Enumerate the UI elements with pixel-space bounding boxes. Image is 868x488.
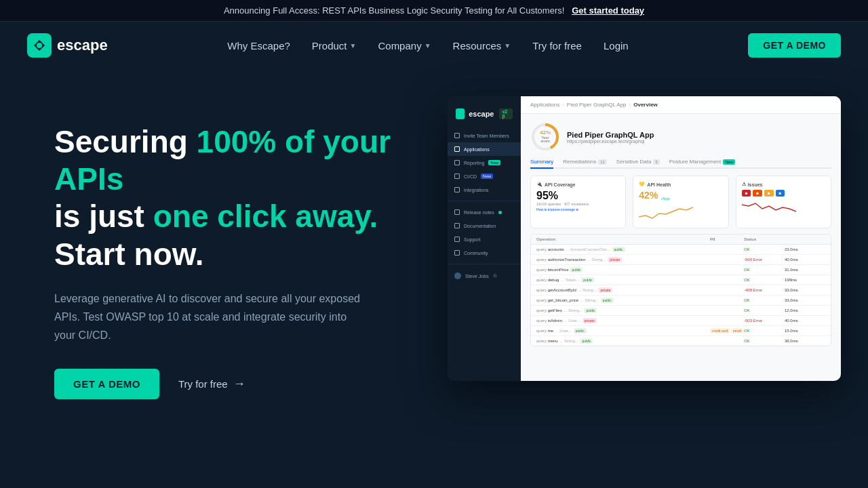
status-3: OK — [744, 268, 785, 272]
hero-content: Securing 100% of your APIs is just one c… — [54, 103, 420, 399]
table-row: query accounts … AccountConnectTier… pub… — [531, 245, 831, 255]
metric-issues: ⚠ Issues ■ ■ ■ ■ — [736, 176, 831, 228]
coverage-link[interactable]: How to improve coverage ⊕ — [536, 207, 620, 211]
hero-demo-button[interactable]: GET A DEMO — [54, 369, 159, 399]
op-1: query accounts … AccountConnectTier… pub… — [536, 247, 710, 252]
db-nav-invite-label: Invite Team Members — [464, 134, 509, 138]
table-row: query me … User… public credit card emai… — [531, 326, 831, 336]
nav-company[interactable]: Company ▼ — [378, 40, 431, 52]
db-nav-community[interactable]: Community — [448, 246, 521, 260]
nav-login[interactable]: Login — [604, 40, 629, 52]
posture-new-badge: New — [723, 159, 735, 165]
time-8: 40.0ms — [785, 319, 825, 323]
critical-badge: ■ — [742, 190, 751, 197]
health-chart — [639, 203, 722, 222]
doc-icon — [454, 223, 460, 228]
health-icon: 💛 — [639, 182, 645, 187]
chart-icon — [454, 160, 460, 165]
table-row: query bitcoinPrice public OK 31.0ms — [531, 265, 831, 275]
table-header: Operation PII Status — [531, 235, 831, 245]
issues-title: ⚠ Issues — [742, 182, 825, 187]
tab-remediations[interactable]: Remediations 11 — [563, 159, 607, 167]
nav-links: Why Escape? Product ▼ Company ▼ Resource… — [227, 40, 628, 52]
hero-title-part2: is just — [54, 199, 153, 234]
coverage-icon: 🔌 — [536, 182, 542, 187]
tab-sensitive-data[interactable]: Sensitive Data 5 — [616, 159, 660, 167]
op-3: query bitcoinPrice public — [536, 267, 710, 272]
navigation: escape Why Escape? Product ▼ Company ▼ R… — [0, 22, 868, 69]
app-title-row: 42% Your score Pied Piper GraphQL App ht… — [530, 122, 831, 152]
db-nav-integrations[interactable]: Integrations — [448, 183, 521, 197]
user-settings-icon: ⊙ — [493, 273, 497, 279]
support-icon — [454, 237, 460, 242]
col-operation: Operation — [536, 237, 710, 241]
status-2: -500 Error — [744, 258, 785, 262]
db-nav-apps-label: Applications — [464, 147, 490, 152]
db-content: 42% Your score Pied Piper GraphQL App ht… — [521, 114, 841, 354]
db-nav-applications[interactable]: Applications — [448, 142, 521, 156]
tab-posture[interactable]: Posture Management New — [669, 159, 736, 167]
status-5: -408 Error — [744, 288, 785, 292]
table-row: query menu … String… public OK 36.0ms — [531, 336, 831, 346]
col-pii: PII — [710, 237, 744, 241]
breadcrumb-apps[interactable]: Applications — [530, 102, 559, 108]
health-title: 💛 API Health — [639, 182, 722, 187]
sidebar-divider — [448, 201, 521, 201]
breadcrumb-sep1: › — [562, 102, 564, 108]
db-nav-integrations-label: Integrations — [464, 188, 489, 192]
health-change: +5pp — [660, 197, 670, 201]
hero-try-free-link[interactable]: Try for free → — [178, 377, 245, 391]
op-5: query getAccountById … String… private — [536, 287, 710, 293]
nav-product[interactable]: Product ▼ — [312, 40, 357, 52]
db-nav-reporting-label: Reporting — [464, 161, 484, 165]
nav-try-free[interactable]: Try for free — [532, 40, 582, 52]
hero-subtitle: Leverage generative AI to discover and s… — [54, 289, 366, 345]
hero-title: Securing 100% of your APIs is just one c… — [54, 123, 420, 273]
notes-icon — [454, 209, 460, 215]
score-value: 42% Your score — [538, 130, 553, 144]
low-badge: ■ — [776, 190, 785, 197]
db-nav-docs[interactable]: Documentation — [448, 219, 521, 232]
tab-summary[interactable]: Summary — [530, 159, 553, 169]
breadcrumb-app-name[interactable]: Pied Piper GraphQL App — [567, 102, 627, 108]
reporting-new-badge: New — [488, 160, 500, 165]
db-nav-invite[interactable]: Invite Team Members — [448, 129, 521, 142]
db-nav-reporting[interactable]: Reporting New — [448, 156, 521, 169]
coverage-title: 🔌 API Coverage — [536, 182, 620, 187]
hero-section: Securing 100% of your APIs is just one c… — [0, 69, 868, 483]
nav-why-escape[interactable]: Why Escape? — [227, 40, 290, 52]
db-logo-text: escape — [469, 110, 494, 118]
op-8: query isAdmin … User… private — [536, 318, 710, 323]
nav-resources[interactable]: Resources ▼ — [453, 40, 511, 52]
nav-demo-button[interactable]: GET A DEMO — [748, 33, 841, 58]
issues-icon: ⚠ — [742, 182, 746, 187]
metric-health: 💛 API Health 42% +5pp — [633, 176, 728, 228]
hero-actions: GET A DEMO Try for free → — [54, 369, 420, 399]
svg-point-1 — [37, 43, 42, 48]
op-4: query debug … Token… public — [536, 277, 710, 283]
dashboard-preview: escape v2 β Invite Team Members Applicat… — [448, 96, 841, 381]
table-row: query getFiles … String… public OK 12.0m… — [531, 306, 831, 316]
col-status: Status — [744, 237, 785, 241]
dot-icon — [498, 211, 502, 214]
announcement-bar: Announcing Full Access: REST APIs Busine… — [0, 0, 868, 22]
announcement-cta[interactable]: Get started today — [572, 5, 644, 16]
logo[interactable]: escape — [27, 33, 108, 58]
company-chevron-icon: ▼ — [425, 42, 431, 49]
table-row: query isAdmin … User… private -503 Error… — [531, 316, 831, 326]
db-nav-support[interactable]: Support — [448, 232, 521, 246]
sidebar-divider-2 — [448, 264, 521, 264]
db-user[interactable]: Steve Jobs ⊙ — [448, 268, 521, 283]
medium-badge: ■ — [764, 190, 774, 197]
db-nav-release-notes[interactable]: Release notes — [448, 205, 521, 219]
time-2: 40.0ms — [785, 258, 825, 262]
operations-table: Operation PII Status query accounts … Ac… — [530, 234, 831, 346]
community-icon — [454, 250, 460, 256]
arrow-icon: → — [233, 377, 245, 391]
dashboard-wrapper: escape v2 β Invite Team Members Applicat… — [448, 96, 841, 381]
announcement-text: Announcing Full Access: REST APIs Busine… — [224, 5, 564, 16]
table-row: query get_bitcoin_price … String… public… — [531, 296, 831, 306]
db-nav-cicd[interactable]: CI/CD New — [448, 169, 521, 183]
logo-text: escape — [57, 37, 108, 54]
status-6: OK — [744, 298, 785, 302]
